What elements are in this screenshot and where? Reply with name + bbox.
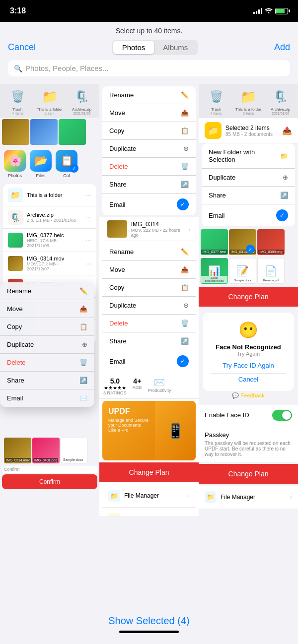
folder-icon: 📁	[42, 89, 58, 105]
tab-photos[interactable]: Photos	[113, 41, 154, 54]
face-id-toggle[interactable]	[272, 410, 292, 421]
cm2-delete[interactable]: Delete 🗑️	[102, 315, 196, 332]
thumb-folder-count: 1 item	[45, 112, 54, 115]
file-row-folder[interactable]: 📁 This is a folder ···	[3, 184, 96, 206]
thumb-folder[interactable]: 📁 This is a folder 1 item	[34, 87, 66, 115]
menu-email[interactable]: Email ✉️	[0, 389, 94, 407]
bottom-thumb-2[interactable]: IMG_0401.png	[32, 438, 60, 463]
search-bar[interactable]: 🔍 Photos, People, Places...	[8, 60, 290, 76]
file-zip-more[interactable]: ···	[85, 213, 91, 221]
right-menu-email[interactable]: Email ✓	[202, 204, 295, 226]
thumb-archive[interactable]: 🗜️ Archive.zip 2021/01/06	[66, 87, 97, 115]
cancel-button[interactable]: Cancel	[8, 42, 36, 53]
rating-age-label: AGE	[133, 385, 142, 390]
security-space-icon: 🏠	[108, 513, 120, 516]
search-input[interactable]: Photos, People, Places...	[25, 64, 109, 72]
right-photo-heic[interactable]: IMG_0377.heic	[201, 229, 228, 255]
right-file-sample[interactable]: 📝 Sample.docx	[229, 258, 256, 284]
file-row-heic[interactable]: IMG_0377.heic HEIC, 17.6 MB - 2021/11/09…	[3, 229, 96, 252]
center-menu1-share[interactable]: Share ↗️	[102, 176, 196, 193]
right-menu-dup[interactable]: Duplicate ⊕	[202, 169, 295, 187]
center-menu1-email[interactable]: Email ✓	[102, 193, 196, 215]
menu-file-manager[interactable]: 📁 File Manager ›	[102, 484, 196, 508]
bottom-thumb-3[interactable]: Sample.docx	[61, 438, 88, 463]
cm2-rename[interactable]: Rename ✏️	[102, 243, 196, 261]
center-email-check: ✓	[177, 198, 189, 210]
change-plan-button[interactable]: Change Plan	[99, 462, 199, 482]
add-button[interactable]: Add	[274, 42, 290, 53]
file-row-zip[interactable]: 🗜️ Archive.zip Zip, 1.1 MB - 2021/01/06 …	[3, 206, 96, 229]
file-heic-more[interactable]: ···	[85, 236, 91, 244]
file-row-mov[interactable]: IMG_0314.mov MOV, 27.2 MB - 2021/12/07 ·…	[3, 252, 96, 275]
right-change-plan-button[interactable]: Change Plan	[199, 287, 298, 307]
app-col[interactable]: 📋 ✓ Col	[56, 150, 77, 178]
right-file-resume[interactable]: 📄 Resume.pdf	[257, 258, 285, 284]
app-card-phone-icon: 📱	[167, 423, 184, 439]
cm2-duplicate[interactable]: Duplicate ⊕	[102, 297, 196, 315]
right-photo-png[interactable]: IMG_0389.png	[257, 229, 285, 255]
bottom-thumb-1[interactable]: IMG_0314.mov	[4, 438, 31, 463]
right-thumb-folder[interactable]: 📁 This is a folder 0 items	[233, 87, 264, 115]
center-menu1-copy[interactable]: Copy 📋	[102, 122, 196, 140]
right-change-plan-2[interactable]: Change Plan	[199, 464, 298, 484]
right-thumb-trash[interactable]: 🗑️ Trash 4 items	[201, 87, 232, 115]
left-top-thumbnails: 🗑️ Trash 4 items 📁 This is a folder 1 it…	[0, 84, 99, 118]
right-trash-icon: 🗑️	[210, 90, 223, 103]
tab-albums[interactable]: Albums	[154, 41, 197, 54]
photo-thumb-2[interactable]	[30, 119, 58, 145]
menu-delete[interactable]: Delete 🗑️	[0, 354, 94, 372]
feedback-label[interactable]: 💬 Feedback	[203, 392, 294, 399]
center-menu1-duplicate[interactable]: Duplicate ⊕	[102, 140, 196, 158]
selected-sub: 85 MB - 2 documents	[225, 131, 273, 137]
try-face-id-button[interactable]: Try Face ID Again	[211, 362, 286, 369]
center-menu1-delete[interactable]: Delete 🗑️	[102, 158, 196, 176]
photo-thumb-3[interactable]	[59, 119, 86, 145]
menu-security-space[interactable]: 🏠 Security Space ›	[102, 508, 196, 516]
cm2-copy[interactable]: Copy 📋	[102, 279, 196, 297]
right-photo-mov[interactable]: IMG_0314.mov ✓	[229, 229, 256, 255]
face-id-try-again-sub: Try Again	[211, 351, 286, 357]
right-thumb-archive[interactable]: 🗜️ Archive.zip 2021/01/06	[265, 87, 296, 115]
file-mov-icon	[8, 256, 23, 271]
face-id-cancel-button[interactable]: Cancel	[211, 376, 286, 383]
trash-icon: 🗑️	[11, 90, 24, 103]
fm-chevron: ›	[188, 492, 190, 499]
center-copy-icon: 📋	[181, 127, 189, 134]
app-files[interactable]: 📂 Files	[30, 150, 52, 178]
productivity-icon: ✉️	[148, 377, 171, 388]
rating-count: 3 RATINGS	[103, 390, 127, 395]
confirm-button[interactable]: Confirm	[2, 474, 97, 489]
center-menu1-rename[interactable]: Rename ✏️	[102, 86, 196, 104]
thumb-trash[interactable]: 🗑️ Trash 4 items	[2, 87, 33, 115]
app-photos[interactable]: 🌸 Photos	[4, 150, 26, 178]
menu-copy[interactable]: Copy 📋	[0, 318, 94, 336]
center-menu1-move[interactable]: Move 📤	[102, 104, 196, 122]
right-file-excel[interactable]: 📊 Excel document.xlsx	[201, 258, 228, 284]
cm2-move[interactable]: Move 📤	[102, 261, 196, 279]
battery-icon	[275, 8, 288, 14]
file-mov-more[interactable]: ···	[85, 259, 91, 267]
menu-duplicate[interactable]: Duplicate ⊕	[0, 336, 94, 354]
cm2-share[interactable]: Share ↗️	[102, 332, 196, 350]
rating-section: 5.0 ★★★★★ 3 RATINGS 4+ AGE ✉️ Productivi…	[99, 374, 199, 399]
archive-icon: 🗜️	[75, 90, 88, 103]
face-not-recognized: Face Not Recognized	[211, 343, 286, 351]
app-card-title: UPDF	[108, 407, 149, 416]
center-menu-2: Rename ✏️ Move 📤 Copy 📋 Duplicate ⊕	[102, 243, 196, 372]
photo-thumb-1[interactable]	[2, 119, 29, 145]
right-context-menu-wrap: New Folder with Selection 📁 Duplicate ⊕ …	[199, 143, 298, 228]
show-selected-button[interactable]: Show Selected (4)	[108, 615, 189, 627]
cm2-move-icon: 📤	[181, 266, 189, 273]
menu-share[interactable]: Share ↗️	[0, 372, 94, 389]
menu-rename[interactable]: Rename ✏️	[0, 282, 94, 300]
right-menu-share[interactable]: Share ↗️	[202, 187, 295, 204]
file-folder-more[interactable]: ···	[85, 191, 91, 199]
rating-value: 5.0	[103, 377, 127, 385]
cm2-rename-icon: ✏️	[181, 248, 189, 256]
center-file-header[interactable]: IMG_0314 MOV, 222 MB - 22 hours ago ›	[102, 217, 196, 241]
right-fm-row[interactable]: 📁 File Manager ›	[199, 486, 298, 509]
right-menu-newfolder[interactable]: New Folder with Selection 📁	[202, 143, 295, 169]
menu-move[interactable]: Move 📤	[0, 300, 94, 318]
delete-icon: 🗑️	[79, 359, 87, 366]
cm2-email[interactable]: Email ✓	[102, 350, 196, 372]
